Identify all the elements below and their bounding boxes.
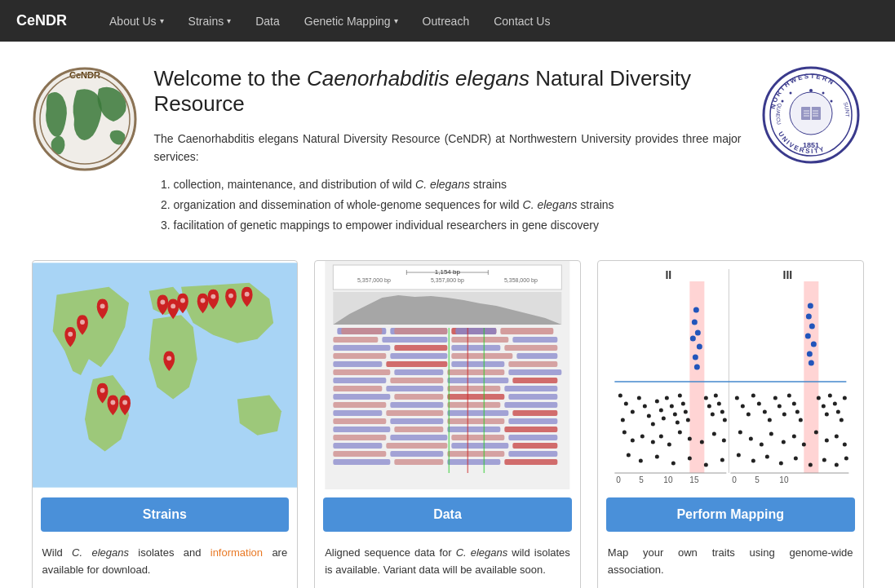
svg-point-27: [80, 320, 85, 325]
nav-item-outreach[interactable]: Outreach: [413, 8, 480, 34]
svg-rect-63: [334, 345, 391, 351]
svg-rect-93: [448, 402, 501, 408]
strains-card-desc: Wild C. elegans isolates and information…: [33, 537, 298, 588]
nav-item-about[interactable]: About Us ▾: [100, 8, 174, 34]
svg-text:10: 10: [779, 475, 789, 484]
svg-point-31: [171, 304, 175, 309]
mapping-btn-wrap: Perform Mapping: [598, 489, 863, 537]
svg-point-37: [166, 356, 171, 361]
nav-link-contact[interactable]: Contact Us: [484, 8, 560, 34]
svg-point-39: [110, 400, 115, 405]
svg-point-188: [811, 342, 817, 347]
svg-rect-102: [509, 418, 558, 424]
svg-point-195: [757, 402, 761, 406]
navbar: CeNDR About Us ▾ Strains ▾ Data Genetic …: [0, 0, 895, 42]
svg-rect-87: [334, 394, 391, 400]
svg-point-225: [751, 459, 755, 463]
svg-point-174: [700, 440, 704, 444]
svg-point-213: [738, 431, 742, 435]
svg-point-148: [655, 400, 659, 404]
svg-point-171: [667, 443, 671, 447]
nav-link-outreach[interactable]: Outreach: [413, 8, 480, 34]
perform-mapping-button[interactable]: Perform Mapping: [606, 497, 855, 532]
cards-row: Strains Wild C. elegans isolates and inf…: [32, 260, 864, 588]
nav-link-strains[interactable]: Strains ▾: [179, 8, 241, 34]
nav-item-strains[interactable]: Strains ▾: [179, 8, 241, 34]
svg-point-133: [693, 307, 699, 313]
nav-item-genetic-mapping[interactable]: Genetic Mapping ▾: [295, 8, 408, 34]
svg-point-160: [707, 405, 711, 409]
svg-point-147: [651, 422, 655, 427]
service-item-2: organization and dissemination of whole-…: [174, 195, 742, 215]
hero-services-list: collection, maintenance, and distributio…: [174, 175, 742, 237]
svg-point-168: [640, 435, 645, 439]
svg-point-32: [180, 298, 185, 303]
svg-rect-64: [395, 345, 448, 351]
svg-point-28: [68, 332, 73, 337]
svg-rect-118: [509, 451, 558, 457]
nav-item-data[interactable]: Data: [246, 8, 290, 34]
svg-point-197: [768, 418, 772, 422]
svg-rect-107: [334, 435, 387, 440]
svg-point-200: [782, 413, 786, 417]
svg-point-142: [631, 410, 635, 414]
svg-point-192: [741, 405, 745, 409]
svg-text:5,357,800 bp: 5,357,800 bp: [431, 277, 464, 284]
svg-rect-91: [334, 402, 387, 408]
svg-point-145: [643, 405, 647, 409]
svg-rect-53: [342, 328, 383, 334]
nav-link-genetic-mapping[interactable]: Genetic Mapping ▾: [295, 8, 408, 34]
svg-point-134: [692, 320, 698, 325]
svg-point-196: [763, 410, 767, 414]
svg-rect-72: [387, 361, 448, 367]
svg-text:5: 5: [755, 475, 760, 484]
svg-rect-96: [387, 410, 444, 416]
svg-point-201: [787, 394, 791, 398]
svg-point-33: [200, 298, 205, 303]
svg-point-153: [673, 413, 677, 417]
svg-rect-71: [334, 361, 383, 367]
nav-link-data[interactable]: Data: [246, 8, 290, 34]
svg-point-179: [655, 455, 659, 459]
svg-point-151: [665, 396, 669, 400]
svg-point-164: [720, 410, 724, 414]
svg-rect-58: [501, 328, 554, 334]
svg-rect-103: [334, 427, 391, 432]
svg-text:5,358,000 bp: 5,358,000 bp: [504, 277, 538, 284]
svg-point-166: [623, 431, 627, 435]
navbar-brand[interactable]: CeNDR: [16, 12, 67, 29]
nav-item-contact[interactable]: Contact Us: [484, 8, 560, 34]
svg-point-190: [809, 360, 814, 366]
svg-rect-101: [448, 418, 505, 424]
svg-text:0: 0: [732, 475, 737, 484]
svg-point-205: [817, 396, 821, 400]
svg-point-36: [244, 292, 249, 297]
svg-point-230: [822, 458, 826, 462]
strains-button[interactable]: Strains: [41, 497, 290, 532]
svg-rect-97: [448, 410, 509, 416]
svg-point-175: [712, 432, 716, 436]
svg-rect-94: [505, 402, 558, 408]
svg-point-229: [809, 463, 813, 467]
svg-point-143: [621, 418, 625, 422]
svg-point-40: [122, 400, 127, 405]
nav-link-about[interactable]: About Us ▾: [100, 8, 174, 34]
svg-text:5: 5: [639, 475, 644, 484]
cendr-logo-container: CeNDR: [32, 66, 138, 175]
svg-point-208: [828, 394, 832, 398]
svg-point-154: [676, 421, 680, 425]
svg-rect-106: [505, 427, 558, 432]
svg-rect-108: [391, 435, 448, 440]
svg-text:III: III: [782, 268, 792, 281]
svg-point-150: [662, 417, 666, 421]
svg-point-209: [833, 402, 837, 406]
svg-rect-112: [387, 443, 448, 449]
svg-point-198: [773, 396, 778, 400]
svg-point-135: [695, 330, 701, 336]
svg-rect-62: [513, 337, 558, 343]
data-button[interactable]: Data: [323, 497, 572, 532]
svg-point-177: [627, 453, 631, 458]
svg-rect-61: [452, 337, 509, 343]
svg-rect-78: [509, 369, 562, 375]
svg-rect-82: [513, 378, 558, 383]
